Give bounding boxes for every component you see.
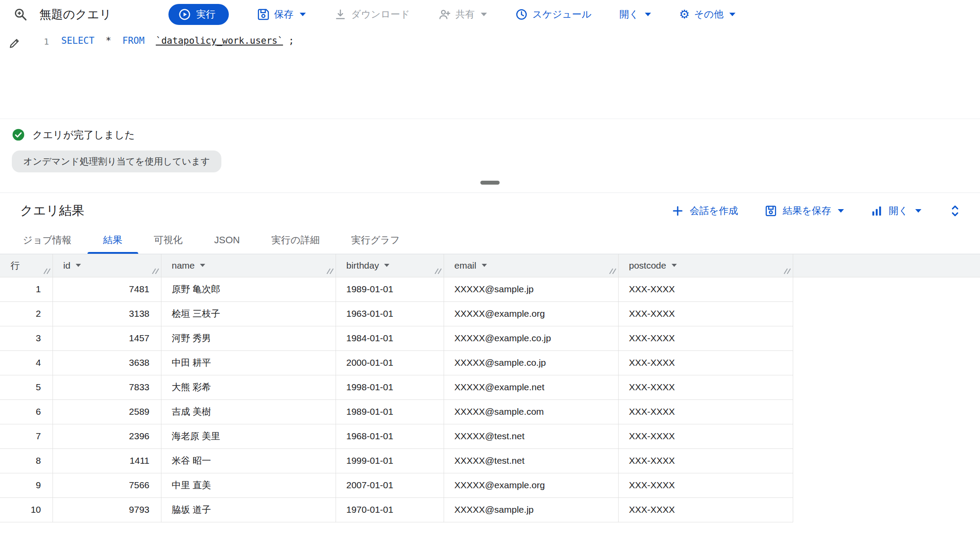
filler-cell [793, 448, 980, 473]
column-header-row-number: 行 [0, 254, 52, 277]
name-cell: 原野 亀次郎 [161, 277, 336, 301]
share-button[interactable]: 共有 [438, 8, 487, 21]
filler-cell [793, 301, 980, 326]
postcode-cell: XXX-XXXX [618, 326, 793, 350]
email-cell: XXXXX@example.net [444, 375, 618, 399]
column-resize-handle[interactable] [151, 268, 160, 275]
panel-resize-zone [0, 172, 980, 192]
email-cell: XXXXX@example.co.jp [444, 326, 618, 350]
postcode-cell: XXX-XXXX [618, 424, 793, 448]
email-cell: XXXXX@sample.com [444, 399, 618, 424]
id-cell: 1411 [52, 448, 161, 473]
code-area[interactable]: SELECT * FROM `datapolicy_work.users` ; [49, 29, 980, 119]
sql-star: * [106, 35, 112, 46]
postcode-cell: XXX-XXXX [618, 473, 793, 497]
column-header-id[interactable]: id [52, 254, 161, 277]
id-cell: 7833 [52, 375, 161, 399]
expand-panel-button[interactable] [948, 203, 962, 218]
download-button[interactable]: ダウンロード [334, 8, 410, 21]
column-header-birthday[interactable]: birthday [336, 254, 444, 277]
results-title: クエリ結果 [20, 202, 84, 220]
sql-code-line: SELECT * FROM `datapolicy_work.users` ; [61, 35, 980, 46]
query-tab-icon [13, 7, 28, 22]
column-header-email[interactable]: email [444, 254, 618, 277]
schedule-button[interactable]: スケジュール [515, 8, 592, 21]
open-button[interactable]: 開く [620, 8, 651, 21]
email-cell: XXXXX@sample.jp [444, 277, 618, 301]
query-complete-message: クエリが完了しました [32, 128, 135, 142]
query-title: 無題のクエリ [39, 7, 112, 22]
column-menu-icon[interactable] [200, 264, 205, 267]
edit-pencil-icon[interactable] [8, 37, 21, 119]
column-menu-icon[interactable] [384, 264, 389, 267]
unfold-more-icon [948, 203, 962, 218]
sql-keyword-select: SELECT [61, 35, 94, 46]
plus-icon [671, 204, 684, 217]
download-icon [334, 8, 347, 21]
sql-keyword-from: FROM [122, 35, 145, 46]
results-header: クエリ結果 会話を作成 結果を保存 [0, 193, 980, 226]
more-button[interactable]: ⚙ その他 [679, 8, 735, 21]
table-row: 2 3138 桧垣 三枝子 1963-01-01 XXXXX@example.o… [0, 301, 980, 326]
table-row: 7 2396 海老原 美里 1968-01-01 XXXXX@test.net … [0, 424, 980, 448]
column-resize-handle[interactable] [609, 268, 617, 275]
email-cell: XXXXX@sample.jp [444, 497, 618, 522]
email-cell: XXXXX@test.net [444, 424, 618, 448]
column-resize-handle[interactable] [783, 268, 792, 275]
column-menu-icon[interactable] [482, 264, 487, 267]
row-number-cell: 2 [0, 301, 52, 326]
panel-drag-handle[interactable] [480, 181, 500, 185]
filler-cell [793, 277, 980, 301]
clock-icon [515, 8, 528, 21]
check-circle-icon [11, 128, 25, 142]
id-cell: 7481 [52, 277, 161, 301]
column-resize-handle[interactable] [43, 268, 52, 275]
column-menu-icon[interactable] [672, 264, 677, 267]
table-row: 10 9793 脇坂 道子 1970-01-01 XXXXX@sample.jp… [0, 497, 980, 522]
column-header-name[interactable]: name [161, 254, 336, 277]
tab-execution-details[interactable]: 実行の詳細 [256, 226, 336, 254]
row-number-cell: 9 [0, 473, 52, 497]
sql-table-reference[interactable]: `datapolicy_work.users` [156, 35, 283, 46]
chart-icon [870, 204, 883, 217]
email-cell: XXXXX@example.org [444, 301, 618, 326]
tab-results[interactable]: 結果 [88, 226, 138, 254]
row-number-cell: 8 [0, 448, 52, 473]
column-header-filler [793, 254, 980, 277]
row-number-cell: 1 [0, 277, 52, 301]
row-number-cell: 3 [0, 326, 52, 350]
chevron-down-icon [729, 13, 735, 16]
name-cell: 中田 耕平 [161, 350, 336, 375]
create-conversation-button[interactable]: 会話を作成 [671, 204, 738, 217]
run-button[interactable]: 実行 [168, 4, 229, 25]
filler-cell [793, 497, 980, 522]
sql-editor[interactable]: 1 SELECT * FROM `datapolicy_work.users` … [0, 29, 980, 119]
column-menu-icon[interactable] [76, 264, 81, 267]
row-number-cell: 6 [0, 399, 52, 424]
tab-execution-graph[interactable]: 実行グラフ [336, 226, 416, 254]
filler-cell [793, 375, 980, 399]
name-cell: 中里 直美 [161, 473, 336, 497]
save-button[interactable]: 保存 [257, 8, 306, 21]
filler-cell [793, 399, 980, 424]
postcode-cell: XXX-XXXX [618, 277, 793, 301]
editor-gutter [0, 29, 29, 119]
id-cell: 9793 [52, 497, 161, 522]
open-results-button[interactable]: 開く [870, 204, 921, 217]
save-icon [257, 8, 270, 21]
postcode-cell: XXX-XXXX [618, 301, 793, 326]
tab-json[interactable]: JSON [199, 226, 256, 254]
table-row: 8 1411 米谷 昭一 1999-01-01 XXXXX@test.net X… [0, 448, 980, 473]
name-cell: 脇坂 道子 [161, 497, 336, 522]
table-row: 5 7833 大熊 彩希 1998-01-01 XXXXX@example.ne… [0, 375, 980, 399]
column-header-postcode[interactable]: postcode [618, 254, 793, 277]
tab-job-info[interactable]: ジョブ情報 [7, 226, 88, 254]
save-results-button[interactable]: 結果を保存 [764, 204, 844, 217]
tab-visualization[interactable]: 可視化 [138, 226, 199, 254]
column-resize-handle[interactable] [434, 268, 443, 275]
birthday-cell: 1989-01-01 [336, 277, 444, 301]
name-cell: 河野 秀男 [161, 326, 336, 350]
column-resize-handle[interactable] [326, 268, 335, 275]
birthday-cell: 1970-01-01 [336, 497, 444, 522]
email-cell: XXXXX@example.org [444, 473, 618, 497]
